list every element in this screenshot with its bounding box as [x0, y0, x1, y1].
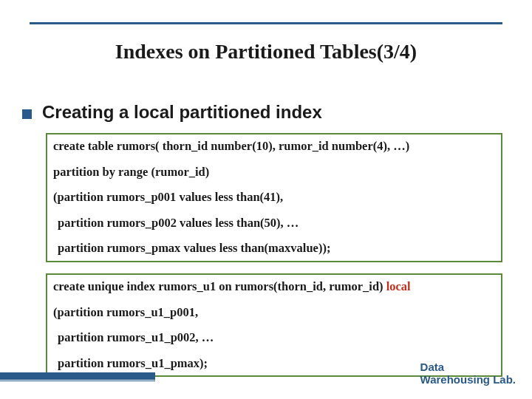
code-line: (partition rumors_p001 values less than(…: [53, 191, 495, 204]
footer-label: Data Warehousing Lab.: [420, 361, 516, 386]
code-line: partition rumors_p002 values less than(5…: [53, 217, 495, 230]
code-line: create unique index rumors_u1 on rumors(…: [53, 281, 495, 293]
bullet-row: Creating a local partitioned index: [22, 102, 510, 123]
footer-line1: Data: [420, 361, 516, 374]
footer-accent-line: [0, 381, 155, 381]
code-line: partition rumors_pmax values less than(m…: [53, 242, 495, 255]
code-line: create table rumors( thorn_id number(10)…: [53, 140, 495, 153]
top-divider: [30, 22, 502, 24]
footer-accent-bar: [0, 372, 155, 380]
code-line: (partition rumors_u1_p001,: [53, 307, 495, 319]
keyword-local: local: [386, 279, 411, 293]
code-text: create unique index rumors_u1 on rumors(…: [53, 279, 386, 293]
bullet-heading: Creating a local partitioned index: [42, 102, 322, 123]
bullet-square-icon: [22, 109, 32, 119]
footer-line2: Warehousing Lab.: [420, 374, 516, 386]
slide-title: Indexes on Partitioned Tables(3/4): [0, 40, 532, 64]
code-line: partition rumors_u1_p002, …: [53, 332, 495, 344]
code-box-create-table: create table rumors( thorn_id number(10)…: [46, 133, 502, 262]
code-line: partition by range (rumor_id): [53, 166, 495, 179]
